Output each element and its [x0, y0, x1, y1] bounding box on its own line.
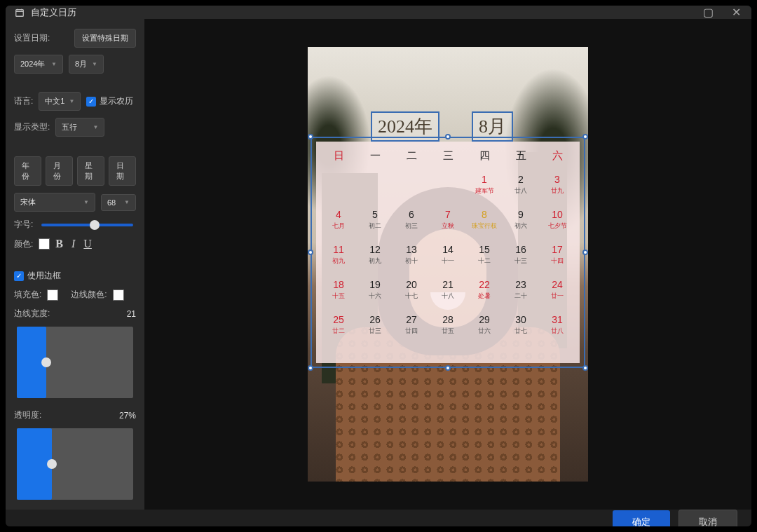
resize-handle[interactable]: [582, 365, 588, 371]
day-number: 24: [552, 279, 563, 290]
day-number: 22: [479, 279, 490, 290]
day-sub: 廿一: [551, 292, 564, 301]
show-lunar-checkbox[interactable]: ✓显示农历: [86, 95, 133, 107]
chevron-down-icon: ▼: [83, 199, 89, 205]
calendar-cell: [430, 167, 466, 202]
calendar-cell: 16十三: [503, 237, 539, 272]
day-number: 13: [406, 244, 417, 255]
special-date-button[interactable]: 设置特殊日期: [74, 29, 136, 48]
ok-button[interactable]: 确定: [613, 510, 670, 526]
day-number: 18: [333, 279, 344, 290]
border-width-value: 21: [116, 309, 136, 319]
language-select[interactable]: 中文1▼: [39, 92, 81, 111]
chevron-down-icon: ▼: [124, 199, 130, 205]
day-number: 3: [554, 174, 560, 185]
day-sub: 十三: [514, 257, 527, 266]
tab-day[interactable]: 日期: [109, 156, 136, 186]
calendar-cell: 31廿八: [539, 307, 575, 342]
tab-year[interactable]: 年份: [14, 156, 41, 186]
day-number: 7: [445, 209, 451, 220]
calendar-cell: [393, 167, 430, 202]
calendar-cell: 14十一: [430, 237, 466, 272]
calendar-cell: 12初九: [357, 237, 393, 272]
resize-handle[interactable]: [308, 365, 313, 371]
use-border-checkbox[interactable]: ✓使用边框: [14, 270, 136, 282]
border-width-slider[interactable]: [17, 327, 133, 398]
day-sub: 建军节: [475, 186, 494, 196]
maximize-icon[interactable]: ▢: [701, 6, 715, 19]
day-sub: 珠宝行权: [472, 221, 497, 231]
fill-color-swatch[interactable]: [47, 289, 58, 301]
resize-handle[interactable]: [308, 250, 313, 255]
day-sub: 十八: [442, 292, 454, 301]
day-sub: 廿二: [332, 327, 345, 336]
language-label: 语言:: [14, 95, 33, 107]
day-sub: 十七: [405, 292, 418, 301]
day-number: 16: [515, 244, 526, 255]
font-color-swatch[interactable]: [39, 238, 50, 250]
day-number: 6: [409, 209, 414, 220]
fontsize-slider[interactable]: [41, 224, 133, 226]
day-number: 1: [482, 174, 487, 185]
calendar-cell: 3廿九: [539, 167, 575, 202]
day-sub: 十五: [332, 292, 345, 301]
day-number: 15: [479, 244, 490, 255]
day-sub: 初九: [332, 257, 345, 266]
day-number: 31: [552, 314, 563, 325]
day-number: 26: [369, 314, 381, 325]
italic-button[interactable]: I: [71, 238, 75, 250]
set-date-label: 设置日期:: [14, 32, 50, 44]
border-color-swatch[interactable]: [113, 289, 124, 301]
day-sub: 初六: [514, 221, 527, 231]
day-sub: 二十: [514, 292, 527, 301]
tab-week[interactable]: 星期: [77, 156, 104, 186]
day-number: 30: [515, 314, 526, 325]
day-number: 17: [552, 244, 563, 255]
resize-handle[interactable]: [445, 134, 451, 139]
chevron-down-icon: ▼: [92, 61, 97, 67]
day-number: 27: [406, 314, 417, 325]
calendar-week: 4七月5初二6初三7立秋8珠宝行权9初六10七夕节: [320, 202, 575, 237]
underline-button[interactable]: U: [83, 238, 92, 250]
day-sub: 初二: [369, 221, 381, 231]
calendar-cell: 4七月: [320, 202, 357, 237]
opacity-value: 27%: [116, 411, 136, 421]
day-sub: 十一: [442, 257, 454, 266]
tab-month[interactable]: 月份: [46, 156, 73, 186]
weekday-header: 三: [430, 145, 466, 167]
fontsize-select[interactable]: 68▼: [101, 194, 136, 211]
weekday-header: 日: [320, 145, 357, 167]
sidebar: 设置日期: 设置特殊日期 2024年▼ 8月▼ 语言: 中文1▼ ✓显示农历 显…: [6, 19, 144, 510]
day-number: 12: [369, 244, 381, 255]
calendar-week: 1建军节2廿八3廿九: [320, 167, 575, 202]
day-number: 21: [442, 279, 453, 290]
resize-handle[interactable]: [582, 134, 588, 139]
resize-handle[interactable]: [582, 250, 588, 255]
calendar-cell: 19十六: [357, 272, 393, 307]
cancel-button[interactable]: 取消: [678, 510, 737, 526]
calendar-canvas[interactable]: 2024年 8月 日一二三四五六 1建军节2廿八3廿九4七月5初二6初三7立秋8…: [308, 47, 588, 482]
resize-handle[interactable]: [308, 134, 313, 139]
app-window: 自定义日历 ▢ ✕ 设置日期: 设置特殊日期 2024年▼ 8月▼ 语言: 中文…: [6, 6, 751, 526]
chevron-down-icon: ▼: [51, 61, 57, 67]
opacity-slider[interactable]: [17, 428, 133, 500]
check-icon: ✓: [86, 97, 96, 107]
day-number: 25: [333, 314, 344, 325]
preview-area: 2024年 8月 日一二三四五六 1建军节2廿八3廿九4七月5初二6初三7立秋8…: [144, 19, 751, 510]
font-select[interactable]: 宋体▼: [14, 193, 95, 212]
calendar-cell: 9初六: [503, 202, 539, 237]
calendar-cell: 18十五: [320, 272, 357, 307]
display-type-select[interactable]: 五行▼: [55, 118, 104, 137]
resize-handle[interactable]: [445, 365, 451, 371]
month-select[interactable]: 8月▼: [69, 55, 104, 74]
weekday-header: 四: [466, 145, 503, 167]
calendar-cell: 2廿八: [503, 167, 539, 202]
weekday-header: 二: [393, 145, 430, 167]
year-select[interactable]: 2024年▼: [14, 55, 63, 74]
calendar-cell: 15十二: [466, 237, 503, 272]
day-number: 8: [482, 209, 487, 220]
fontsize-label: 字号:: [14, 219, 33, 231]
close-icon[interactable]: ✕: [729, 6, 743, 19]
bold-button[interactable]: B: [55, 238, 63, 250]
day-sub: 立秋: [442, 221, 454, 231]
